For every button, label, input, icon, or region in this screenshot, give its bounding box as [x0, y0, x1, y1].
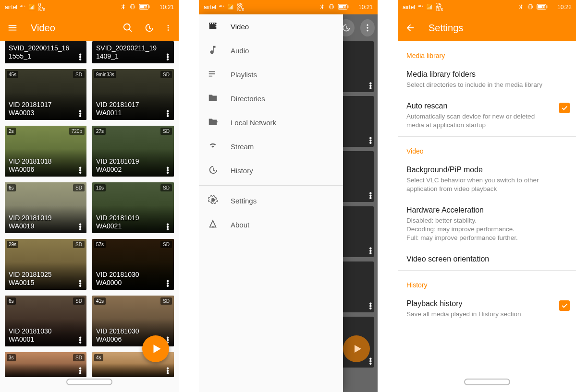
- video-tile[interactable]: SVID_20200211_191409_1•••: [92, 41, 174, 63]
- drawer-item-video[interactable]: Video: [199, 14, 343, 38]
- tile-overflow-icon[interactable]: •••: [163, 110, 172, 117]
- settings-row-desc: Automatically scan device for new or del…: [406, 112, 568, 130]
- svg-point-22: [211, 199, 214, 202]
- video-tile[interactable]: 10sSDVID 20181019WA0021•••: [92, 182, 174, 233]
- carrier: airtel: [204, 4, 216, 11]
- settings-row-title: Playback history: [406, 299, 568, 308]
- quality-badge: SD: [73, 297, 85, 305]
- svg-rect-21: [214, 23, 215, 24]
- tile-overflow-icon[interactable]: •••: [76, 166, 85, 174]
- tile-overflow-icon[interactable]: •••: [163, 166, 172, 174]
- duration-badge: 9min33s: [94, 71, 116, 78]
- quality-badge: SD: [73, 354, 85, 361]
- video-tile[interactable]: 6sSDVID 20181019WA0019•••: [5, 182, 86, 233]
- back-arrow-icon[interactable]: [404, 22, 416, 34]
- svg-rect-23: [212, 226, 214, 227]
- tile-overflow-icon[interactable]: •••: [76, 223, 85, 230]
- clock: 10:22: [557, 4, 572, 11]
- settings-row-title: Media library folders: [406, 70, 568, 79]
- tile-overflow-icon[interactable]: •••: [76, 336, 85, 344]
- video-tile[interactable]: 3sSD•••: [5, 352, 86, 377]
- nav-pill[interactable]: [464, 379, 510, 385]
- video-title: VID 20181030WA0001: [9, 327, 74, 344]
- duration-badge: 57s: [94, 241, 106, 248]
- video-tile[interactable]: 29sSDVID 20181025WA0015•••: [5, 239, 86, 290]
- tile-overflow-icon[interactable]: •••: [76, 280, 85, 287]
- tile-overflow-icon[interactable]: •••: [76, 367, 85, 374]
- video-tile[interactable]: 2s720pVID 20181018WA0006•••: [5, 126, 86, 177]
- video-title: VID 20181019WA0021: [96, 214, 161, 230]
- video-tile[interactable]: SVID_20200115_161555_1•••: [5, 41, 86, 63]
- settings-row[interactable]: Media library foldersSelect directories …: [398, 64, 576, 96]
- tile-overflow-icon[interactable]: •••: [163, 280, 172, 287]
- video-tile[interactable]: 6sSDVID 20181030WA0001•••: [5, 296, 86, 346]
- video-tile[interactable]: 45sSDVID 20181017WA0003•••: [5, 69, 86, 120]
- settings-row-desc: Select directories to include in the med…: [406, 81, 568, 89]
- duration-badge: 27s: [94, 128, 106, 135]
- checkbox-icon[interactable]: [559, 300, 570, 311]
- quality-badge: SD: [73, 71, 85, 78]
- drawer-item-network[interactable]: Local Network: [199, 110, 343, 134]
- drawer-item-history[interactable]: History: [199, 158, 343, 182]
- video-title: VID 20181030WA0000: [96, 271, 161, 287]
- settings-row[interactable]: Playback historySave all media played in…: [398, 294, 576, 325]
- drawer-divider: [199, 185, 343, 186]
- overflow-icon[interactable]: [360, 19, 375, 36]
- nav-pill[interactable]: [66, 379, 112, 385]
- settings-row[interactable]: Background/PiP modeSelect VLC behavior w…: [398, 160, 576, 200]
- settings-row[interactable]: Hardware AccelerationDisabled: better st…: [398, 200, 576, 249]
- carrier: airtel: [5, 4, 17, 11]
- drawer-item-label: History: [231, 166, 253, 175]
- settings-list[interactable]: Media libraryMedia library foldersSelect…: [398, 41, 576, 370]
- video-title: SVID_20200211_191409_1: [96, 44, 161, 60]
- battery-icon: 86: [537, 4, 554, 11]
- settings-section-header: Media library: [398, 41, 576, 64]
- video-icon: [208, 21, 218, 33]
- duration-badge: 6s: [7, 184, 16, 191]
- video-tile[interactable]: 57sSDVID 20181030WA0000•••: [92, 239, 174, 290]
- about-icon: [208, 219, 218, 231]
- drawer-item-playlists[interactable]: Playlists: [199, 62, 343, 86]
- svg-rect-24: [529, 4, 532, 9]
- bluetooth-icon: [120, 3, 126, 12]
- status-bar: airtel 4G 📶 0K/s 86 10:21: [0, 0, 179, 14]
- status-bar: airtel 4G 📶 68K/s 86 10:21: [199, 0, 378, 14]
- checkbox-icon[interactable]: [559, 103, 570, 113]
- signal-icon: 📶: [28, 4, 36, 11]
- drawer-item-about[interactable]: About: [199, 213, 343, 237]
- vibrate-icon: [527, 3, 534, 12]
- svg-point-8: [168, 29, 169, 31]
- svg-point-16: [367, 27, 368, 28]
- video-grid[interactable]: SVID_20200115_161555_1•••SVID_20200211_1…: [0, 41, 179, 377]
- tile-overflow-icon[interactable]: •••: [163, 367, 172, 374]
- duration-badge: 45s: [7, 71, 18, 78]
- settings-row[interactable]: Video screen orientation: [398, 249, 576, 270]
- video-tile[interactable]: 27sSDVID 20181019WA0002•••: [92, 126, 174, 177]
- tile-overflow-icon[interactable]: •••: [163, 223, 172, 230]
- tile-overflow-icon[interactable]: •••: [76, 110, 85, 117]
- svg-rect-0: [131, 4, 134, 9]
- carrier: airtel: [403, 4, 415, 11]
- network-badge: 4G: [418, 4, 423, 8]
- quality-badge: SD: [73, 184, 85, 191]
- drawer-item-audio[interactable]: Audio: [199, 38, 343, 62]
- play-fab[interactable]: [142, 335, 169, 362]
- tile-overflow-icon[interactable]: •••: [163, 53, 172, 60]
- settings-row[interactable]: Auto rescanAutomatically scan device for…: [398, 96, 576, 136]
- settings-row-title: Auto rescan: [406, 102, 568, 110]
- quality-badge: SD: [160, 71, 172, 78]
- search-icon[interactable]: [122, 22, 134, 34]
- overflow-icon[interactable]: [164, 22, 172, 34]
- video-tile[interactable]: 9min33sSDVID 20181017WA0011•••: [92, 69, 174, 120]
- svg-rect-14: [347, 5, 348, 8]
- hamburger-icon[interactable]: [7, 22, 18, 34]
- drawer-item-directories[interactable]: Directories: [199, 86, 343, 110]
- screen-title: Video: [31, 23, 112, 34]
- settings-row-desc: Select VLC behavior when you switch to o…: [406, 176, 568, 193]
- history-icon[interactable]: [143, 22, 155, 34]
- drawer-item-settings[interactable]: Settings: [199, 189, 343, 213]
- svg-rect-29: [546, 5, 547, 8]
- net-speed: 68K/s: [237, 3, 244, 12]
- tile-overflow-icon[interactable]: •••: [76, 53, 85, 60]
- drawer-item-stream[interactable]: Stream: [199, 134, 343, 158]
